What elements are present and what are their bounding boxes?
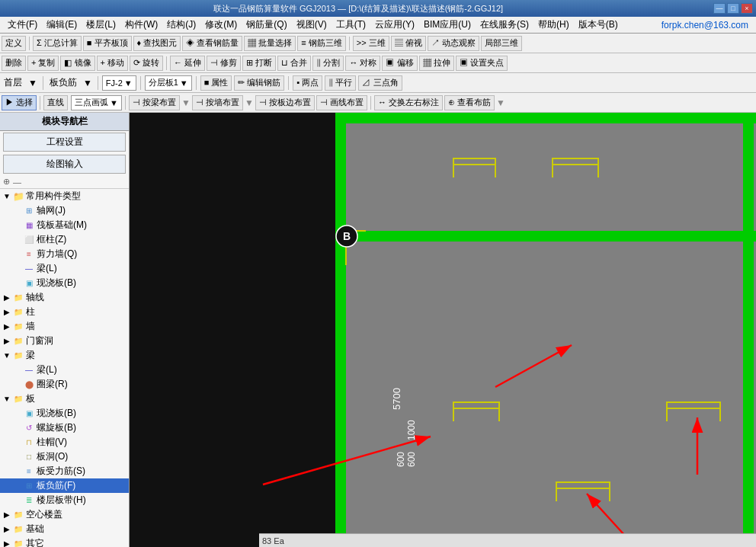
extend-button[interactable]: ← 延伸: [170, 56, 205, 71]
tree-grid[interactable]: ⊞ 轴网(J): [0, 203, 129, 218]
merge-button[interactable]: ⊔ 合并: [277, 56, 311, 71]
wall-layout-button[interactable]: ⊣ 按墙布置: [192, 95, 243, 110]
menu-bim[interactable]: BIM应用(U): [419, 17, 476, 33]
edit-steel-button[interactable]: ✏ 编辑钢筋: [234, 75, 284, 91]
tree-col2[interactable]: ▶ 📁 柱: [0, 305, 129, 319]
grip-button[interactable]: ▣ 设置夹点: [456, 56, 508, 71]
expand-wall2[interactable]: ▶: [2, 322, 12, 331]
tree-wall2[interactable]: ▶ 📁 墙: [0, 319, 129, 334]
3d-button[interactable]: >> 三维: [353, 36, 389, 51]
split-button[interactable]: ∥ 分割: [312, 56, 344, 71]
tree-postcap[interactable]: ⊓ 柱帽(V): [0, 435, 129, 449]
menu-modify[interactable]: 修改(M): [200, 17, 242, 33]
menu-structure[interactable]: 结构(J): [162, 17, 200, 33]
delete-button[interactable]: 删除: [2, 56, 26, 71]
sidebar-tool2[interactable]: —: [13, 178, 21, 187]
local-3d-button[interactable]: 局部三维: [481, 36, 522, 51]
menu-edit[interactable]: 编辑(E): [42, 17, 82, 33]
view-steel-button[interactable]: ◈ 查看钢筋量: [182, 36, 242, 51]
tree-beam2[interactable]: ▼ 📁 梁: [0, 348, 129, 363]
break-button[interactable]: ⊞ 打断: [242, 56, 276, 71]
trim-button[interactable]: ⊣ 修剪: [207, 56, 241, 71]
copy-button[interactable]: + 复制: [27, 56, 59, 71]
tree-postcap-label: 柱帽(V): [37, 436, 67, 449]
tree-cast[interactable]: ▣ 现浇板(B): [0, 406, 129, 421]
maximize-button[interactable]: □: [727, 3, 739, 14]
tree-slab[interactable]: ▣ 现浇板(B): [0, 276, 129, 290]
define-button[interactable]: 定义: [2, 36, 26, 51]
menu-steel[interactable]: 钢筋量(Q): [242, 17, 291, 33]
tree-beam2a[interactable]: — 梁(L): [0, 363, 129, 377]
tree-negbar[interactable]: ⊞ 板负筋(F): [0, 478, 129, 493]
close-button[interactable]: ×: [741, 3, 753, 14]
expand-col2[interactable]: ▶: [2, 308, 12, 316]
rotate-button[interactable]: ⟳ 旋转: [130, 56, 163, 71]
two-point-button[interactable]: ▪ 两点: [293, 75, 322, 91]
menu-cloud[interactable]: 云应用(Y): [370, 17, 419, 33]
menu-view[interactable]: 视图(V): [292, 17, 332, 33]
tree-spiral[interactable]: ↺ 螺旋板(B): [0, 421, 129, 435]
line-layout-button[interactable]: ⊣ 画线布置: [316, 95, 367, 110]
properties-button[interactable]: ■ 属性: [200, 75, 232, 91]
tree-opening[interactable]: □ 板洞(O): [0, 449, 129, 464]
expand-common[interactable]: ▼: [2, 192, 12, 200]
tree-base[interactable]: ▦ 筏板基础(M): [0, 218, 129, 232]
menu-file[interactable]: 文件(F): [3, 17, 42, 33]
drawing-input-button[interactable]: 绘图输入: [3, 155, 126, 174]
sep10: [125, 96, 126, 110]
tree-foundation[interactable]: ▶ 📁 基础: [0, 522, 129, 536]
tree-common[interactable]: ▼ 📁 常用构件类型: [0, 189, 129, 203]
sym-button[interactable]: ↔ 对称: [345, 56, 380, 71]
expand-axis[interactable]: ▶: [2, 293, 12, 302]
sidebar-tool1[interactable]: ⊕: [3, 177, 10, 187]
menu-help[interactable]: 帮助(H): [533, 17, 574, 33]
tree-door[interactable]: ▶ 📁 门窗洞: [0, 334, 129, 348]
tree-beam[interactable]: — 梁(L): [0, 261, 129, 276]
line-button[interactable]: 直线: [43, 95, 68, 110]
stretch-button[interactable]: ▦ 拉伸: [419, 56, 454, 71]
expand-other[interactable]: ▶: [2, 539, 12, 547]
menu-component[interactable]: 构件(W): [120, 17, 162, 33]
tree-shear[interactable]: ≡ 剪力墙(Q): [0, 247, 129, 261]
view-bars-button[interactable]: ⊕ 查看布筋: [444, 95, 495, 110]
fj-dropdown[interactable]: FJ-2 ▼: [102, 75, 136, 91]
beam-layout-button[interactable]: ⊣ 按梁布置: [129, 95, 180, 110]
offset-button[interactable]: ▣ 偏移: [382, 56, 417, 71]
menu-online[interactable]: 在线服务(S): [476, 17, 533, 33]
expand-beam2[interactable]: ▼: [2, 351, 12, 360]
menu-tool[interactable]: 工具(T): [332, 17, 370, 33]
expand-foundation[interactable]: ▶: [2, 525, 12, 533]
menu-version[interactable]: 版本号(B): [574, 17, 623, 33]
swap-lr-button[interactable]: ↔ 交换左右标注: [374, 95, 443, 110]
expand-hollow[interactable]: ▶: [2, 510, 12, 519]
parallel-button[interactable]: ∥ 平行: [325, 75, 356, 91]
top-view-button[interactable]: ▤ 俯视: [391, 36, 426, 51]
tree-axis[interactable]: ▶ 📁 轴线: [0, 290, 129, 305]
tree-floorstrip[interactable]: ≣ 楼层板带(H): [0, 493, 129, 507]
select-button[interactable]: ▶ 选择: [2, 95, 37, 110]
move-button[interactable]: + 移动: [97, 56, 128, 71]
three-point-button[interactable]: ⊿ 三点角: [358, 75, 402, 91]
tree-other[interactable]: ▶ 📁 其它: [0, 536, 129, 547]
tree-column[interactable]: ⬜ 框柱(Z): [0, 232, 129, 247]
layer-dropdown[interactable]: 分层板1 ▼: [145, 75, 192, 91]
flat-top-button[interactable]: ■ 平齐板顶: [83, 36, 132, 51]
mirror-button[interactable]: ◧ 镜像: [60, 56, 94, 71]
menu-floor[interactable]: 楼层(L): [82, 17, 120, 33]
expand-slab2[interactable]: ▼: [2, 395, 12, 403]
steel-3d-button[interactable]: ≡ 钢筋三维: [297, 36, 345, 51]
batch-select-button[interactable]: ▦ 批量选择: [244, 36, 296, 51]
canvas-area[interactable]: B A 5700 600 600 1000 600 Y 83 Ea: [130, 113, 756, 547]
tree-tension[interactable]: ≡ 板受力筋(S): [0, 464, 129, 478]
tree-slab2[interactable]: ▼ 📁 板: [0, 392, 129, 406]
find-button[interactable]: ♦ 查找图元: [133, 36, 181, 51]
tree-hollow[interactable]: ▶ 📁 空心楼盖: [0, 507, 129, 522]
arc-dropdown[interactable]: 三点画弧 ▼: [71, 95, 122, 110]
dynamic-view-button[interactable]: ↗ 动态观察: [428, 36, 479, 51]
board-layout-button[interactable]: ⊣ 按板边布置: [255, 95, 315, 110]
sum-button[interactable]: Σ 汇总计算: [33, 36, 82, 51]
minimize-button[interactable]: —: [713, 3, 726, 14]
expand-door[interactable]: ▶: [2, 337, 12, 345]
project-settings-button[interactable]: 工程设置: [3, 133, 126, 152]
tree-ring[interactable]: ⬤ 圈梁(R): [0, 377, 129, 392]
